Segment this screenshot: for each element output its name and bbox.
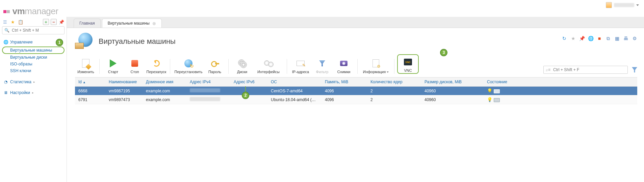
app-header: vmmanager bbox=[0, 0, 644, 17]
ip-button[interactable]: IP-адреса bbox=[290, 58, 311, 74]
col-cores[interactable]: Количество ядер bbox=[367, 78, 421, 87]
copy-icon[interactable]: ⧉ bbox=[606, 36, 611, 41]
col-state[interactable]: Состояние bbox=[484, 78, 637, 87]
cell-id: 6668 bbox=[75, 87, 105, 95]
avatar-icon bbox=[606, 2, 612, 8]
sidebar-item-ssh[interactable]: SSH ключи bbox=[2, 67, 65, 74]
cell-disk: 40960 bbox=[421, 95, 484, 104]
col-ram[interactable]: Память, MiB bbox=[321, 78, 367, 87]
screen-icon bbox=[494, 89, 500, 93]
sidebar-item-iso[interactable]: ISO-образы bbox=[2, 61, 65, 67]
refresh-icon[interactable]: ↻ bbox=[562, 36, 567, 41]
print-icon[interactable]: 🖶 bbox=[623, 36, 628, 41]
table-row[interactable]: 6668 vm9867195 example.com CentOS-7-amd6… bbox=[75, 87, 637, 95]
col-label: Состояние bbox=[487, 80, 507, 84]
separator bbox=[394, 59, 394, 74]
cell-disk: 40960 bbox=[421, 87, 484, 95]
stop-icon[interactable]: ■ bbox=[597, 36, 602, 41]
tree-icon[interactable]: ☰ bbox=[2, 19, 8, 25]
clipboard-icon[interactable]: 📋 bbox=[18, 19, 24, 25]
bulb-icon: 💡 bbox=[487, 88, 492, 93]
globe-icon[interactable]: 🌐 bbox=[588, 36, 593, 41]
edit-button[interactable]: Изменить bbox=[75, 58, 97, 74]
filter-icon[interactable] bbox=[632, 67, 637, 72]
col-disk[interactable]: Размер дисков, MiB bbox=[421, 78, 484, 87]
expand-all-button[interactable]: + bbox=[43, 19, 49, 25]
cell-domain: example.com bbox=[143, 87, 186, 95]
page-header: Виртуальные машины bbox=[67, 28, 644, 52]
star-icon[interactable]: ★ bbox=[10, 19, 16, 25]
col-id[interactable]: Id▲ bbox=[75, 78, 105, 87]
interfaces-button[interactable]: Интерфейсы bbox=[253, 58, 284, 74]
col-ipv6[interactable]: Адрес IPv6 bbox=[230, 78, 267, 87]
logo-bold: vm bbox=[12, 6, 25, 16]
table-row[interactable]: 6791 vm9897473 example.com Ubuntu-18.04-… bbox=[75, 95, 637, 104]
sidebar-section-management[interactable]: 🌐 Управление bbox=[2, 39, 65, 45]
search-icon: 🔍 bbox=[4, 28, 9, 33]
search-list-icon: ⌕≡ bbox=[546, 67, 550, 72]
sidebar-search[interactable]: 🔍 bbox=[2, 26, 65, 34]
separator bbox=[357, 59, 358, 74]
star-icon[interactable]: ★ bbox=[570, 36, 576, 41]
page-title: Виртуальные машины bbox=[99, 37, 176, 46]
toolbar-search-input[interactable] bbox=[552, 67, 625, 72]
col-os[interactable]: ОС bbox=[267, 78, 321, 87]
disks-button[interactable]: Диски bbox=[231, 58, 253, 74]
toolbar-label: Переустановить bbox=[175, 70, 203, 74]
cell-state: 💡 bbox=[484, 87, 637, 95]
sidebar-search-input[interactable] bbox=[11, 28, 63, 33]
tab-vms[interactable]: Виртуальные машины ⊗ bbox=[102, 19, 162, 28]
close-icon[interactable]: ⊗ bbox=[152, 21, 156, 26]
sidebar-section-stats[interactable]: ◔ Статистика ▸ bbox=[2, 79, 65, 85]
grid-icon[interactable]: ▦ bbox=[614, 36, 620, 41]
sidebar-item-vms[interactable]: Виртуальные машины bbox=[2, 47, 65, 54]
page-icon bbox=[75, 33, 93, 50]
vnc-button[interactable]: VNCVNC bbox=[397, 54, 419, 74]
pin-icon[interactable]: 📌 bbox=[58, 19, 65, 25]
sidebar-item-label: ISO-образы bbox=[10, 62, 32, 66]
pin-icon[interactable]: 📌 bbox=[579, 36, 585, 41]
settings-icon[interactable]: ⚙ bbox=[632, 36, 637, 41]
user-name bbox=[614, 3, 634, 7]
sidebar-section-settings[interactable]: 🖥 Настройки ▸ bbox=[2, 90, 65, 96]
separator bbox=[99, 59, 100, 74]
separator bbox=[170, 59, 170, 74]
col-name[interactable]: Наименование bbox=[105, 78, 143, 87]
col-domain[interactable]: Доменное имя bbox=[143, 78, 186, 87]
stop-button[interactable]: Стоп bbox=[124, 58, 146, 74]
snapshots-button[interactable]: Снимки bbox=[333, 58, 355, 74]
col-label: Размер дисков, MiB bbox=[424, 80, 462, 84]
bulb-icon: 💡 bbox=[487, 97, 492, 102]
sidebar-item-vdisks[interactable]: Виртуальные диски bbox=[2, 54, 65, 61]
user-menu[interactable] bbox=[606, 2, 639, 8]
filter-button[interactable]: Фильтр bbox=[311, 58, 333, 74]
sidebar-item-label: SSH ключи bbox=[10, 68, 31, 73]
toolbar-label: Перезапуск bbox=[147, 70, 166, 74]
restart-button[interactable]: Перезапуск bbox=[146, 58, 167, 74]
password-button[interactable]: Пароль bbox=[204, 58, 226, 74]
collapse-all-button[interactable]: − bbox=[51, 19, 57, 25]
col-ipv4[interactable]: Адрес IPv4 bbox=[186, 78, 230, 87]
cell-name: vm9897473 bbox=[105, 95, 143, 104]
start-button[interactable]: Старт bbox=[102, 58, 124, 74]
toolbar-search[interactable]: ⌕≡ bbox=[543, 66, 628, 74]
cell-os: CentOS-7-amd64 bbox=[267, 87, 321, 95]
reinstall-button[interactable]: Переустановить bbox=[173, 58, 204, 74]
screen-icon bbox=[494, 98, 500, 102]
cell-ram: 4096 bbox=[321, 95, 367, 104]
callout-badge-1: 1 bbox=[56, 39, 63, 46]
tabstrip: Главная Виртуальные машины ⊗ bbox=[67, 17, 644, 28]
chevron-down-icon bbox=[636, 4, 639, 6]
cell-ram: 4096 bbox=[321, 87, 367, 95]
toolbar-label: Старт bbox=[108, 70, 118, 74]
ipv4-hidden bbox=[190, 88, 220, 92]
toolbar: Изменить Старт Стоп Перезапуск Переустан… bbox=[67, 52, 644, 77]
col-label: ОС bbox=[271, 80, 277, 84]
toolbar-label: Диски bbox=[237, 70, 247, 74]
col-label: Количество ядер bbox=[370, 80, 403, 84]
separator bbox=[287, 59, 287, 74]
toolbar-label: Снимки bbox=[337, 70, 351, 74]
tab-home[interactable]: Главная bbox=[74, 19, 101, 28]
cell-ipv4 bbox=[186, 87, 230, 95]
info-button[interactable]: Информация bbox=[360, 58, 391, 74]
